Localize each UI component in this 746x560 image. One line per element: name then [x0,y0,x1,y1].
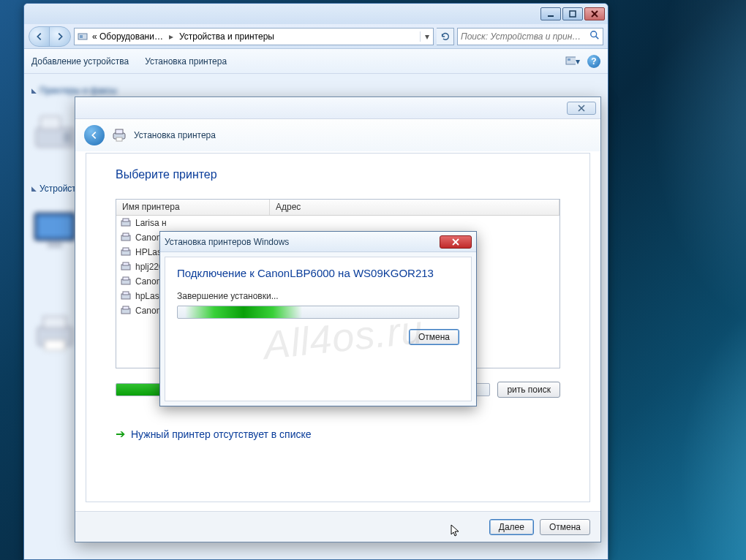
install-progress-dialog: Установка принтеров Windows Подключение … [159,231,477,406]
close-button[interactable] [584,7,605,20]
list-item[interactable]: Larisa н [116,216,560,230]
fax-icon [31,110,78,154]
explorer-titlebar [24,4,608,24]
search-again-button[interactable]: рить поиск [497,382,560,398]
search-icon [589,30,600,42]
breadcrumb-sep-icon: ▸ [166,31,176,42]
collapse-icon: ◣ [31,185,37,192]
svg-rect-25 [123,219,129,222]
printer-icon [121,262,131,272]
wizard-header: Установка принтера [75,119,600,151]
breadcrumb-leaf[interactable]: Устройства и принтеры [176,29,277,45]
svg-rect-11 [40,116,61,129]
dialog-cancel-button[interactable]: Отмена [409,329,459,345]
wizard-footer: Далее Отмена [75,511,600,542]
list-header: Имя принтера Адрес [116,200,560,216]
breadcrumb-text: « Оборудовани… [92,31,163,42]
cancel-button[interactable]: Отмена [540,519,590,535]
printer-icon [121,306,131,316]
svg-rect-5 [80,35,83,38]
printer-icon [31,311,78,355]
svg-rect-29 [123,248,129,251]
printer-icon [112,129,127,142]
dialog-title: Установка принтеров Windows [165,237,440,247]
dialog-close-button[interactable] [440,235,472,249]
wizard-close-button[interactable] [567,102,596,115]
svg-rect-17 [43,317,67,328]
next-button[interactable]: Далее [489,519,534,535]
svg-rect-18 [45,340,65,350]
svg-rect-12 [64,132,71,143]
svg-rect-27 [123,233,129,236]
explorer-toolbar: Добавление устройства Установка принтера… [24,49,608,74]
svg-rect-22 [116,129,123,134]
nav-back-button[interactable] [29,26,50,47]
svg-rect-8 [566,57,576,64]
dialog-body: Подключение к CanonLBP6000 на WS09KGOR21… [165,257,472,401]
svg-rect-33 [123,277,129,280]
printer-icon [121,218,131,228]
toolbar-add-device[interactable]: Добавление устройства [31,56,129,67]
col-printer-name[interactable]: Имя принтера [116,200,270,215]
svg-rect-23 [116,137,122,141]
svg-line-7 [596,37,599,39]
wizard-titlebar [75,97,600,119]
address-dropdown-icon[interactable]: ▾ [420,31,433,42]
dialog-titlebar: Установка принтеров Windows [160,232,476,252]
address-bar[interactable]: « Оборудовани… ▸ Устройства и принтеры ▾ [74,28,434,45]
svg-point-6 [591,31,597,37]
dialog-heading: Подключение к CanonLBP6000 на WS09KGOR21… [177,266,459,281]
svg-rect-37 [123,306,129,309]
nav-forward-button[interactable] [49,26,71,47]
minimize-button[interactable] [540,7,561,20]
svg-rect-31 [123,262,129,265]
maximize-button[interactable] [562,7,583,20]
svg-rect-14 [37,216,72,238]
wizard-title: Установка принтера [134,130,216,140]
printer-icon [121,247,131,257]
svg-rect-1 [570,11,576,17]
printer-icon [121,276,131,287]
toolbar-add-printer[interactable]: Установка принтера [145,56,227,67]
dialog-progress-bar [177,306,459,319]
arrow-right-icon: ➔ [116,427,125,441]
dialog-status-text: Завершение установки... [177,291,459,301]
printer-not-listed-link[interactable]: ➔ Нужный принтер отсутствует в списке [116,427,560,441]
svg-rect-15 [48,242,62,248]
breadcrumb-root[interactable]: « Оборудовани… [75,29,166,45]
svg-rect-9 [568,58,570,61]
hardware-icon [78,31,89,42]
refresh-button[interactable] [437,28,454,45]
view-options-icon[interactable]: ▾ [565,56,580,67]
printer-icon [121,232,131,243]
svg-rect-35 [123,292,129,295]
search-input[interactable] [461,31,587,42]
navigation-row: « Оборудовани… ▸ Устройства и принтеры ▾ [24,24,608,49]
search-box[interactable] [457,28,603,45]
category-printers-header[interactable]: ◣ Принтеры и факсы [31,86,600,96]
wizard-back-button[interactable] [84,125,105,145]
col-address[interactable]: Адрес [270,200,560,215]
monitor-icon [31,208,78,252]
breadcrumb-text: Устройства и принтеры [179,31,274,42]
wizard-heading: Выберите принтер [116,168,560,181]
collapse-icon: ◣ [31,87,37,94]
help-button[interactable]: ? [587,55,600,68]
printer-icon [121,291,131,301]
